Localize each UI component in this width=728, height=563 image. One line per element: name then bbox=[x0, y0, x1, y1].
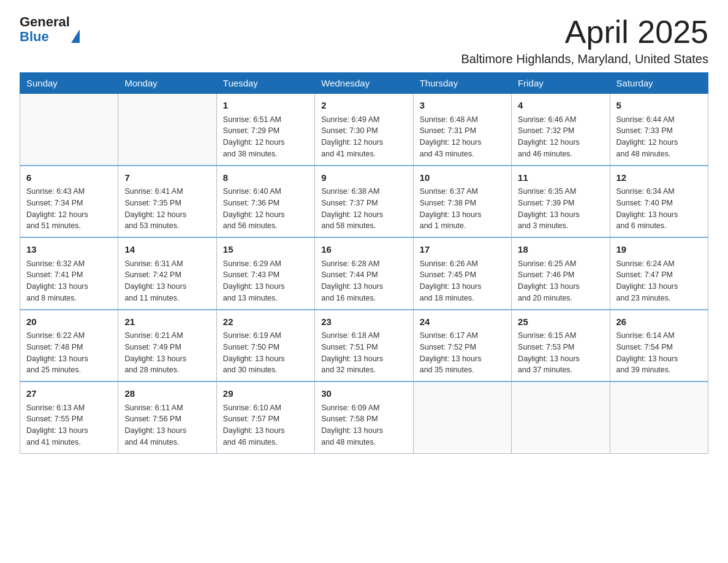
day-info: Sunrise: 6:41 AM Sunset: 7:35 PM Dayligh… bbox=[124, 186, 210, 232]
calendar-cell: 8Sunrise: 6:40 AM Sunset: 7:36 PM Daylig… bbox=[216, 166, 314, 238]
logo-text: General Blue bbox=[20, 15, 70, 44]
calendar-cell: 23Sunrise: 6:18 AM Sunset: 7:51 PM Dayli… bbox=[315, 310, 413, 382]
day-number: 25 bbox=[518, 315, 603, 329]
day-number: 15 bbox=[223, 243, 308, 257]
day-info: Sunrise: 6:51 AM Sunset: 7:29 PM Dayligh… bbox=[223, 114, 308, 160]
location-title: Baltimore Highlands, Maryland, United St… bbox=[461, 52, 708, 66]
day-number: 27 bbox=[26, 387, 112, 401]
calendar-cell: 12Sunrise: 6:34 AM Sunset: 7:40 PM Dayli… bbox=[610, 166, 708, 238]
calendar-week-row: 1Sunrise: 6:51 AM Sunset: 7:29 PM Daylig… bbox=[20, 94, 708, 166]
calendar-cell: 25Sunrise: 6:15 AM Sunset: 7:53 PM Dayli… bbox=[512, 310, 610, 382]
page-header: General Blue April 2025 Baltimore Highla… bbox=[20, 15, 708, 66]
calendar-cell: 21Sunrise: 6:21 AM Sunset: 7:49 PM Dayli… bbox=[118, 310, 216, 382]
weekday-header-sunday: Sunday bbox=[20, 73, 118, 94]
day-info: Sunrise: 6:37 AM Sunset: 7:38 PM Dayligh… bbox=[420, 186, 505, 232]
day-number: 18 bbox=[518, 243, 603, 257]
weekday-header-monday: Monday bbox=[118, 73, 216, 94]
day-number: 5 bbox=[616, 99, 702, 113]
day-number: 14 bbox=[124, 243, 210, 257]
day-number: 21 bbox=[124, 315, 210, 329]
day-info: Sunrise: 6:46 AM Sunset: 7:32 PM Dayligh… bbox=[518, 114, 603, 160]
day-info: Sunrise: 6:48 AM Sunset: 7:31 PM Dayligh… bbox=[420, 114, 505, 160]
day-info: Sunrise: 6:15 AM Sunset: 7:53 PM Dayligh… bbox=[518, 330, 603, 376]
day-number: 7 bbox=[124, 171, 210, 185]
day-number: 16 bbox=[321, 243, 406, 257]
calendar-cell: 17Sunrise: 6:26 AM Sunset: 7:45 PM Dayli… bbox=[413, 237, 511, 310]
weekday-header-saturday: Saturday bbox=[610, 73, 708, 94]
calendar-cell: 2Sunrise: 6:49 AM Sunset: 7:30 PM Daylig… bbox=[315, 94, 413, 166]
calendar-cell bbox=[118, 94, 216, 166]
day-info: Sunrise: 6:38 AM Sunset: 7:37 PM Dayligh… bbox=[321, 186, 406, 232]
weekday-header-wednesday: Wednesday bbox=[315, 73, 413, 94]
logo-blue: Blue bbox=[20, 29, 70, 44]
calendar-cell bbox=[20, 94, 118, 166]
calendar-cell: 20Sunrise: 6:22 AM Sunset: 7:48 PM Dayli… bbox=[20, 310, 118, 382]
calendar-cell: 10Sunrise: 6:37 AM Sunset: 7:38 PM Dayli… bbox=[413, 166, 511, 238]
weekday-header-tuesday: Tuesday bbox=[216, 73, 314, 94]
day-number: 26 bbox=[616, 315, 702, 329]
day-info: Sunrise: 6:32 AM Sunset: 7:41 PM Dayligh… bbox=[26, 258, 112, 304]
calendar-cell: 26Sunrise: 6:14 AM Sunset: 7:54 PM Dayli… bbox=[610, 310, 708, 382]
calendar-cell: 24Sunrise: 6:17 AM Sunset: 7:52 PM Dayli… bbox=[413, 310, 511, 382]
calendar-cell: 28Sunrise: 6:11 AM Sunset: 7:56 PM Dayli… bbox=[118, 381, 216, 453]
day-info: Sunrise: 6:34 AM Sunset: 7:40 PM Dayligh… bbox=[616, 186, 702, 232]
calendar-week-row: 6Sunrise: 6:43 AM Sunset: 7:34 PM Daylig… bbox=[20, 166, 708, 238]
day-number: 17 bbox=[420, 243, 505, 257]
calendar-cell: 27Sunrise: 6:13 AM Sunset: 7:55 PM Dayli… bbox=[20, 381, 118, 453]
day-info: Sunrise: 6:14 AM Sunset: 7:54 PM Dayligh… bbox=[616, 330, 702, 376]
weekday-header-row: SundayMondayTuesdayWednesdayThursdayFrid… bbox=[20, 73, 708, 94]
calendar-cell: 29Sunrise: 6:10 AM Sunset: 7:57 PM Dayli… bbox=[216, 381, 314, 453]
logo-general: General bbox=[20, 15, 70, 29]
calendar-week-row: 20Sunrise: 6:22 AM Sunset: 7:48 PM Dayli… bbox=[20, 310, 708, 382]
day-number: 12 bbox=[616, 171, 702, 185]
day-info: Sunrise: 6:18 AM Sunset: 7:51 PM Dayligh… bbox=[321, 330, 406, 376]
calendar-cell: 11Sunrise: 6:35 AM Sunset: 7:39 PM Dayli… bbox=[512, 166, 610, 238]
calendar-cell: 22Sunrise: 6:19 AM Sunset: 7:50 PM Dayli… bbox=[216, 310, 314, 382]
day-info: Sunrise: 6:43 AM Sunset: 7:34 PM Dayligh… bbox=[26, 186, 112, 232]
day-info: Sunrise: 6:44 AM Sunset: 7:33 PM Dayligh… bbox=[616, 114, 702, 160]
logo: General Blue bbox=[20, 15, 80, 44]
day-info: Sunrise: 6:09 AM Sunset: 7:58 PM Dayligh… bbox=[321, 402, 406, 448]
day-info: Sunrise: 6:29 AM Sunset: 7:43 PM Dayligh… bbox=[223, 258, 308, 304]
day-info: Sunrise: 6:24 AM Sunset: 7:47 PM Dayligh… bbox=[616, 258, 702, 304]
day-number: 9 bbox=[321, 171, 406, 185]
day-number: 20 bbox=[26, 315, 112, 329]
calendar-cell: 16Sunrise: 6:28 AM Sunset: 7:44 PM Dayli… bbox=[315, 237, 413, 310]
calendar-cell: 9Sunrise: 6:38 AM Sunset: 7:37 PM Daylig… bbox=[315, 166, 413, 238]
calendar-cell: 13Sunrise: 6:32 AM Sunset: 7:41 PM Dayli… bbox=[20, 237, 118, 310]
day-info: Sunrise: 6:25 AM Sunset: 7:46 PM Dayligh… bbox=[518, 258, 603, 304]
day-number: 13 bbox=[26, 243, 112, 257]
day-number: 4 bbox=[518, 99, 603, 113]
calendar-cell: 6Sunrise: 6:43 AM Sunset: 7:34 PM Daylig… bbox=[20, 166, 118, 238]
day-info: Sunrise: 6:49 AM Sunset: 7:30 PM Dayligh… bbox=[321, 114, 406, 160]
calendar-cell: 5Sunrise: 6:44 AM Sunset: 7:33 PM Daylig… bbox=[610, 94, 708, 166]
day-number: 29 bbox=[223, 387, 308, 401]
day-info: Sunrise: 6:21 AM Sunset: 7:49 PM Dayligh… bbox=[124, 330, 210, 376]
day-number: 23 bbox=[321, 315, 406, 329]
calendar-cell bbox=[413, 381, 511, 453]
day-number: 3 bbox=[420, 99, 505, 113]
day-info: Sunrise: 6:26 AM Sunset: 7:45 PM Dayligh… bbox=[420, 258, 505, 304]
day-number: 19 bbox=[616, 243, 702, 257]
day-info: Sunrise: 6:19 AM Sunset: 7:50 PM Dayligh… bbox=[223, 330, 308, 376]
day-number: 22 bbox=[223, 315, 308, 329]
logo-triangle-icon bbox=[71, 29, 80, 43]
day-info: Sunrise: 6:10 AM Sunset: 7:57 PM Dayligh… bbox=[223, 402, 308, 448]
calendar-cell: 30Sunrise: 6:09 AM Sunset: 7:58 PM Dayli… bbox=[315, 381, 413, 453]
day-info: Sunrise: 6:35 AM Sunset: 7:39 PM Dayligh… bbox=[518, 186, 603, 232]
calendar-cell: 14Sunrise: 6:31 AM Sunset: 7:42 PM Dayli… bbox=[118, 237, 216, 310]
day-number: 11 bbox=[518, 171, 603, 185]
title-area: April 2025 Baltimore Highlands, Maryland… bbox=[461, 15, 708, 66]
calendar-cell bbox=[512, 381, 610, 453]
day-info: Sunrise: 6:22 AM Sunset: 7:48 PM Dayligh… bbox=[26, 330, 112, 376]
day-info: Sunrise: 6:17 AM Sunset: 7:52 PM Dayligh… bbox=[420, 330, 505, 376]
day-number: 8 bbox=[223, 171, 308, 185]
day-number: 2 bbox=[321, 99, 406, 113]
calendar-cell: 15Sunrise: 6:29 AM Sunset: 7:43 PM Dayli… bbox=[216, 237, 314, 310]
calendar-cell: 19Sunrise: 6:24 AM Sunset: 7:47 PM Dayli… bbox=[610, 237, 708, 310]
day-number: 30 bbox=[321, 387, 406, 401]
calendar-cell: 7Sunrise: 6:41 AM Sunset: 7:35 PM Daylig… bbox=[118, 166, 216, 238]
calendar-cell: 1Sunrise: 6:51 AM Sunset: 7:29 PM Daylig… bbox=[216, 94, 314, 166]
calendar-cell: 3Sunrise: 6:48 AM Sunset: 7:31 PM Daylig… bbox=[413, 94, 511, 166]
calendar-cell bbox=[610, 381, 708, 453]
